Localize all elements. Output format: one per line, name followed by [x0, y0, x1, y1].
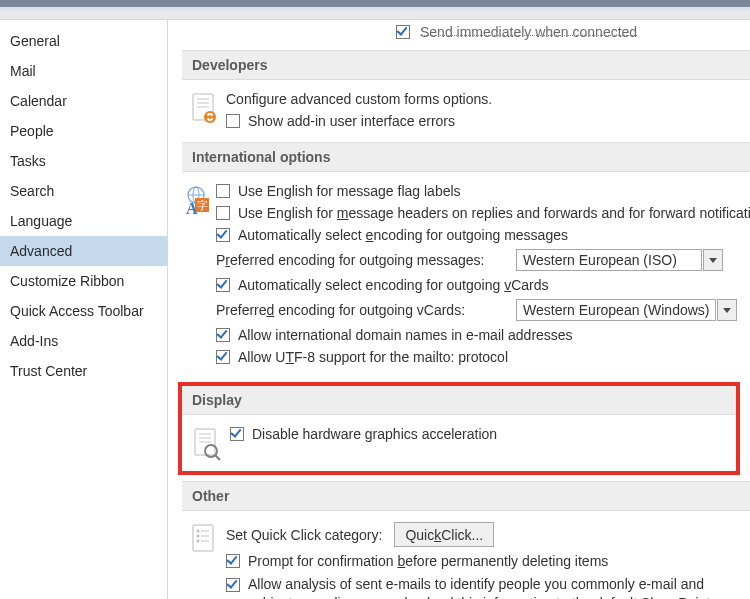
svg-point-23 — [197, 535, 200, 538]
svg-line-19 — [215, 455, 220, 460]
allow-idn-row: Allow international domain names in e-ma… — [216, 324, 750, 346]
english-message-headers-label: Use English for message headers on repli… — [238, 205, 750, 221]
svg-text:字: 字 — [197, 199, 208, 211]
section-header-developers: Developers — [182, 50, 750, 80]
allow-analysis-row: Allow analysis of sent e-mails to identi… — [226, 572, 750, 599]
sidebar-item-trust-center[interactable]: Trust Center — [0, 356, 167, 386]
preferred-encoding-vcards-row: Preferred encoding for outgoing vCards: … — [216, 296, 750, 324]
allow-analysis-checkbox[interactable] — [226, 578, 240, 592]
sidebar-item-label: Trust Center — [10, 363, 87, 379]
sidebar-item-label: Search — [10, 183, 54, 199]
prompt-before-delete-row: Prompt for confirmation before permanent… — [226, 550, 750, 572]
send-immediately-checkbox[interactable] — [396, 25, 410, 39]
auto-encoding-vcards-label: Automatically select encoding for outgoi… — [238, 277, 549, 293]
auto-encoding-messages-checkbox[interactable] — [216, 228, 230, 242]
sidebar-item-label: Customize Ribbon — [10, 273, 124, 289]
section-body-display: Disable hardware graphics acceleration — [182, 415, 736, 471]
sidebar-item-label: Tasks — [10, 153, 46, 169]
display-section-highlight: Display Disable hardware graph — [178, 382, 740, 475]
show-addin-errors-row: Show add-in user interface errors — [226, 110, 750, 132]
svg-point-25 — [197, 540, 200, 543]
sidebar-item-label: Add-Ins — [10, 333, 58, 349]
english-message-headers-row: Use English for message headers on repli… — [216, 202, 750, 224]
section-body-other: Set Quick Click category: Quick Click...… — [168, 511, 750, 599]
allow-utf8-checkbox[interactable] — [216, 350, 230, 364]
english-flag-labels-checkbox[interactable] — [216, 184, 230, 198]
preferred-encoding-vcards-label: Preferred encoding for outgoing vCards: — [216, 302, 504, 318]
sidebar-item-label: Language — [10, 213, 72, 229]
allow-idn-checkbox[interactable] — [216, 328, 230, 342]
preferred-encoding-messages-select[interactable]: Western European (ISO) — [516, 249, 702, 271]
developers-config-text: Configure advanced custom forms options. — [226, 88, 750, 110]
sidebar-item-mail[interactable]: Mail — [0, 56, 167, 86]
send-immediately-row: Send immediately when connected — [396, 24, 750, 40]
english-flag-labels-row: Use English for message flag labels — [216, 180, 750, 202]
sidebar-item-people[interactable]: People — [0, 116, 167, 146]
section-header-international: International options — [182, 142, 750, 172]
svg-rect-20 — [193, 525, 213, 551]
sidebar-item-label: People — [10, 123, 54, 139]
sidebar-item-label: Quick Access Toolbar — [10, 303, 144, 319]
preferred-encoding-vcards-select[interactable]: Western European (Windows) — [516, 299, 716, 321]
sidebar-item-label: Advanced — [10, 243, 72, 259]
show-addin-errors-label: Show add-in user interface errors — [248, 113, 455, 129]
auto-encoding-messages-row: Automatically select encoding for outgoi… — [216, 224, 750, 246]
auto-encoding-vcards-row: Automatically select encoding for outgoi… — [216, 274, 750, 296]
options-content: Send immediately when connected Develope… — [168, 20, 750, 599]
developers-icon — [182, 88, 226, 132]
allow-analysis-label: Allow analysis of sent e-mails to identi… — [248, 575, 750, 599]
sidebar-item-calendar[interactable]: Calendar — [0, 86, 167, 116]
sidebar-item-language[interactable]: Language — [0, 206, 167, 236]
other-icon — [182, 519, 226, 599]
sidebar-item-customize-ribbon[interactable]: Customize Ribbon — [0, 266, 167, 296]
section-header-display: Display — [182, 386, 736, 415]
section-body-developers: Configure advanced custom forms options.… — [168, 80, 750, 142]
quick-click-button[interactable]: Quick Click... — [394, 522, 494, 547]
sidebar-item-add-ins[interactable]: Add-Ins — [0, 326, 167, 356]
auto-encoding-messages-label: Automatically select encoding for outgoi… — [238, 227, 568, 243]
disable-hw-accel-row: Disable hardware graphics acceleration — [230, 423, 736, 445]
allow-utf8-label: Allow UTF-8 support for the mailto: prot… — [238, 349, 508, 365]
disable-hw-accel-label: Disable hardware graphics acceleration — [252, 426, 497, 442]
preferred-encoding-messages-row: Preferred encoding for outgoing messages… — [216, 246, 750, 274]
sidebar-item-advanced[interactable]: Advanced — [0, 236, 167, 266]
options-sidebar: General Mail Calendar People Tasks Searc… — [0, 20, 168, 599]
preferred-encoding-messages-value: Western European (ISO) — [523, 252, 677, 268]
english-flag-labels-label: Use English for message flag labels — [238, 183, 461, 199]
sidebar-item-quick-access-toolbar[interactable]: Quick Access Toolbar — [0, 296, 167, 326]
preferred-encoding-messages-label: Preferred encoding for outgoing messages… — [216, 252, 504, 268]
allow-idn-label: Allow international domain names in e-ma… — [238, 327, 573, 343]
allow-utf8-row: Allow UTF-8 support for the mailto: prot… — [216, 346, 750, 368]
svg-text:A: A — [186, 200, 198, 217]
display-icon — [182, 423, 230, 461]
sidebar-item-label: General — [10, 33, 60, 49]
show-addin-errors-checkbox[interactable] — [226, 114, 240, 128]
quick-click-row: Set Quick Click category: Quick Click... — [226, 519, 750, 550]
prompt-before-delete-checkbox[interactable] — [226, 554, 240, 568]
sidebar-item-label: Calendar — [10, 93, 67, 109]
section-header-other: Other — [182, 481, 750, 511]
sidebar-item-tasks[interactable]: Tasks — [0, 146, 167, 176]
prompt-before-delete-label: Prompt for confirmation before permanent… — [248, 553, 608, 569]
section-body-international: 字 A Use English for message flag labels … — [168, 172, 750, 378]
disable-hw-accel-checkbox[interactable] — [230, 427, 244, 441]
international-icon: 字 A — [182, 180, 216, 368]
preferred-encoding-vcards-value: Western European (Windows) — [523, 302, 709, 318]
chevron-down-icon[interactable] — [717, 299, 737, 321]
svg-point-21 — [197, 530, 200, 533]
svg-point-7 — [208, 115, 212, 119]
sidebar-item-general[interactable]: General — [0, 26, 167, 56]
sidebar-item-label: Mail — [10, 63, 36, 79]
auto-encoding-vcards-checkbox[interactable] — [216, 278, 230, 292]
chevron-down-icon[interactable] — [703, 249, 723, 271]
send-immediately-label: Send immediately when connected — [420, 24, 637, 40]
english-message-headers-checkbox[interactable] — [216, 206, 230, 220]
sidebar-item-search[interactable]: Search — [0, 176, 167, 206]
window-chrome — [0, 0, 750, 20]
quick-click-label: Set Quick Click category: — [226, 527, 382, 543]
